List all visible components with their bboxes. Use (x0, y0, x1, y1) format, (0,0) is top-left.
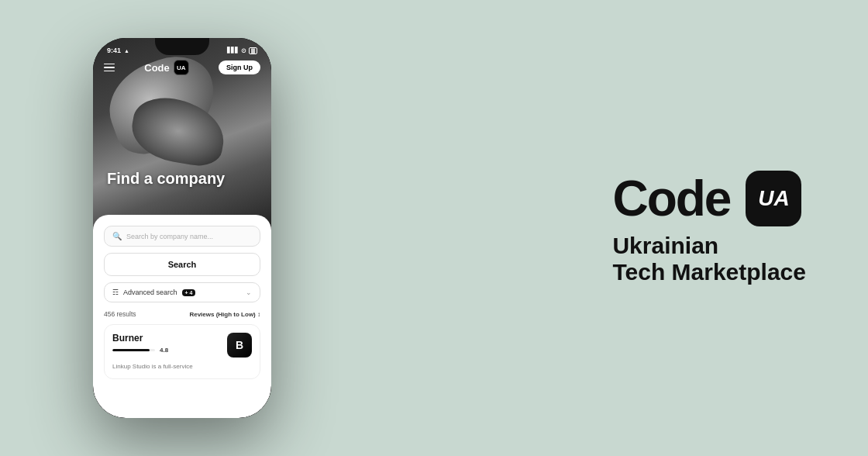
branding-section: Code UA Ukrainian Tech Marketplace (612, 171, 806, 286)
phone-navbar: Code UA Sign Up (104, 60, 260, 75)
status-left: 9:41 ▲ (107, 47, 129, 54)
sort-control[interactable]: Reviews (High to Low) ↕ (189, 311, 260, 318)
rating-row: 4.8 (112, 347, 227, 354)
status-right: ▋▋▋ ⊙ ▓ (227, 47, 257, 54)
card-header: Burner 4.8 B (112, 333, 252, 358)
brand-logo-row: Code UA (612, 171, 801, 226)
brand-tagline: Ukrainian Tech Marketplace (612, 233, 806, 286)
time-display: 9:41 (107, 47, 121, 54)
nav-logo-text: Code (144, 62, 170, 74)
search-icon: 🔍 (112, 232, 122, 240)
hamburger-menu[interactable] (104, 64, 115, 72)
phone-mockup: 9:41 ▲ ▋▋▋ ⊙ ▓ Code UA (93, 38, 271, 418)
nav-logo: Code UA (144, 60, 189, 75)
brand-badge-letters: UA (758, 186, 789, 211)
advanced-search-label: Advanced search (123, 288, 177, 296)
rating-value: 4.8 (160, 347, 168, 354)
find-company-headline: Find a company (107, 170, 225, 188)
advanced-search-label-group: ☶ Advanced search + 4 (112, 288, 195, 296)
card-info: Burner 4.8 (112, 333, 227, 354)
scene: 9:41 ▲ ▋▋▋ ⊙ ▓ Code UA (0, 0, 868, 456)
brand-code-text: Code (612, 174, 730, 223)
brand-badge: UA (746, 171, 801, 226)
company-description: Linkup Studio is a full-service (112, 362, 252, 371)
search-input-field[interactable]: 🔍 Search by company name... (104, 226, 260, 247)
results-header: 456 results Reviews (High to Low) ↕ (104, 310, 260, 318)
phone-screen: 9:41 ▲ ▋▋▋ ⊙ ▓ Code UA (93, 38, 271, 418)
tagline-line1: Ukrainian (612, 233, 806, 260)
chevron-down-icon: ⌄ (246, 288, 252, 296)
arrow-icon: ▲ (124, 48, 129, 54)
company-name: Burner (112, 333, 227, 344)
search-placeholder: Search by company name... (126, 233, 213, 240)
signup-button[interactable]: Sign Up (219, 60, 260, 74)
tagline-line2: Tech Marketplace (612, 259, 806, 286)
advanced-search-count: + 4 (182, 289, 196, 296)
phone-content-area: 🔍 Search by company name... Search ☶ Adv… (93, 215, 271, 418)
company-card[interactable]: Burner 4.8 B Linkup Studio (104, 324, 260, 379)
advanced-search-row[interactable]: ☶ Advanced search + 4 ⌄ (104, 282, 260, 302)
signal-icon: ▋▋▋ (227, 47, 239, 54)
wifi-icon: ⊙ (241, 47, 246, 54)
results-count: 456 results (104, 310, 136, 318)
battery-icon: ▓ (249, 47, 257, 54)
sort-label: Reviews (High to Low) ↕ (189, 311, 260, 318)
company-logo: B (227, 333, 252, 358)
rating-fill (112, 349, 150, 351)
status-bar: 9:41 ▲ ▋▋▋ ⊙ ▓ (93, 43, 271, 58)
nav-logo-badge: UA (174, 60, 189, 75)
search-button[interactable]: Search (104, 253, 260, 276)
company-logo-letter: B (236, 339, 243, 351)
rating-bar (112, 349, 155, 351)
sliders-icon: ☶ (112, 288, 119, 296)
